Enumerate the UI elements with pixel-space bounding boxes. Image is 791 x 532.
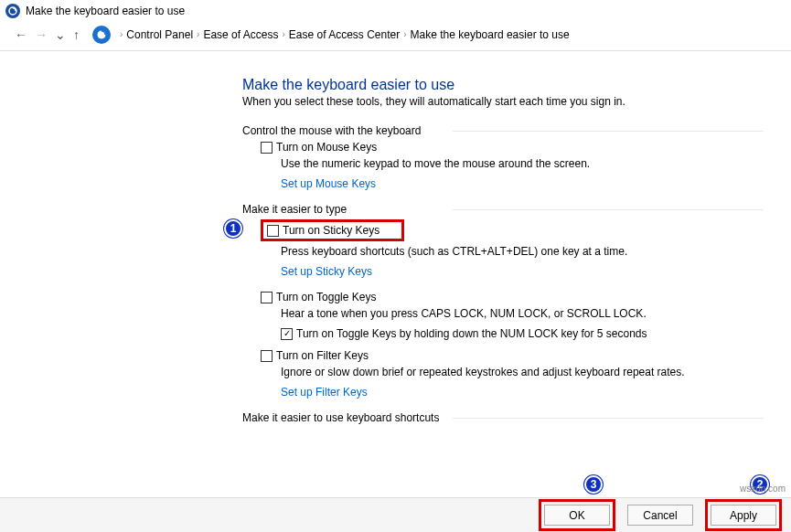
app-icon	[5, 4, 20, 18]
crumb-current[interactable]: Make the keyboard easier to use	[411, 28, 570, 41]
toggle-keys-label: Turn on Toggle Keys	[276, 291, 376, 303]
dialog-footer: 3 OK Cancel 2 Apply	[0, 497, 791, 532]
section-type-label: Make it easier to type	[242, 203, 764, 216]
toggle-keys-checkbox[interactable]: Turn on Toggle Keys	[261, 291, 764, 303]
nav-toolbar: ← → ⌄ ↑ › Control Panel › Ease of Access…	[0, 22, 791, 51]
chevron-right-icon[interactable]: ›	[116, 29, 126, 39]
chevron-right-icon[interactable]: ›	[400, 29, 410, 39]
filter-keys-checkbox[interactable]: Turn on Filter Keys	[261, 349, 764, 362]
watermark: wsxdn.com	[740, 484, 786, 494]
checkbox-icon	[261, 292, 273, 303]
control-panel-icon[interactable]	[92, 26, 111, 44]
highlight-ok: OK	[539, 499, 615, 531]
mouse-keys-desc: Use the numeric keypad to move the mouse…	[281, 157, 764, 170]
filter-keys-link[interactable]: Set up Filter Keys	[281, 386, 764, 399]
forward-button[interactable]: →	[31, 27, 51, 42]
chevron-right-icon[interactable]: ›	[278, 29, 288, 39]
section-mouse-label: Control the mouse with the keyboard	[242, 124, 764, 137]
highlight-sticky-keys: Turn on Sticky Keys	[261, 219, 404, 241]
back-button[interactable]: ←	[11, 27, 31, 42]
apply-button[interactable]: Apply	[711, 505, 776, 526]
sticky-keys-label: Turn on Sticky Keys	[283, 224, 379, 237]
recent-dropdown[interactable]: ⌄	[51, 27, 69, 42]
crumb-control-panel[interactable]: Control Panel	[126, 28, 193, 41]
callout-3: 3	[584, 475, 603, 494]
toggle-keys-desc: Hear a tone when you press CAPS LOCK, NU…	[281, 307, 764, 320]
filter-keys-label: Turn on Filter Keys	[276, 349, 369, 362]
checkbox-icon	[261, 142, 273, 154]
filter-keys-desc: Ignore or slow down brief or repeated ke…	[281, 366, 764, 378]
up-button[interactable]: ↑	[69, 27, 83, 42]
window-title: Make the keyboard easier to use	[26, 5, 185, 17]
toggle-numlock-label: Turn on Toggle Keys by holding down the …	[296, 327, 647, 340]
toggle-numlock-checkbox[interactable]: ✓ Turn on Toggle Keys by holding down th…	[281, 327, 764, 340]
checkbox-icon	[261, 350, 273, 362]
cancel-wrap: Cancel	[625, 502, 696, 528]
page-subtitle: When you select these tools, they will a…	[242, 95, 764, 108]
mouse-keys-checkbox[interactable]: Turn on Mouse Keys	[261, 141, 764, 154]
ok-button[interactable]: OK	[544, 505, 610, 526]
crumb-ease-of-access[interactable]: Ease of Access	[203, 28, 278, 41]
section-shortcuts-label: Make it easier to use keyboard shortcuts	[242, 411, 764, 424]
callout-1: 1	[224, 219, 242, 238]
sticky-keys-desc: Press keyboard shortcuts (such as CTRL+A…	[281, 245, 764, 258]
sticky-keys-link[interactable]: Set up Sticky Keys	[281, 265, 764, 278]
mouse-keys-link[interactable]: Set up Mouse Keys	[281, 177, 764, 190]
checkbox-icon	[267, 225, 279, 237]
checkbox-checked-icon: ✓	[281, 328, 293, 340]
crumb-ease-center[interactable]: Ease of Access Center	[289, 28, 400, 41]
window-titlebar: Make the keyboard easier to use	[0, 0, 791, 22]
mouse-keys-label: Turn on Mouse Keys	[276, 141, 377, 154]
chevron-right-icon[interactable]: ›	[193, 29, 203, 39]
cancel-button[interactable]: Cancel	[627, 505, 693, 526]
page-title: Make the keyboard easier to use	[242, 77, 764, 93]
sticky-keys-checkbox[interactable]: Turn on Sticky Keys	[267, 224, 398, 237]
content-area: Make the keyboard easier to use When you…	[0, 51, 791, 497]
highlight-apply: Apply	[705, 499, 782, 531]
